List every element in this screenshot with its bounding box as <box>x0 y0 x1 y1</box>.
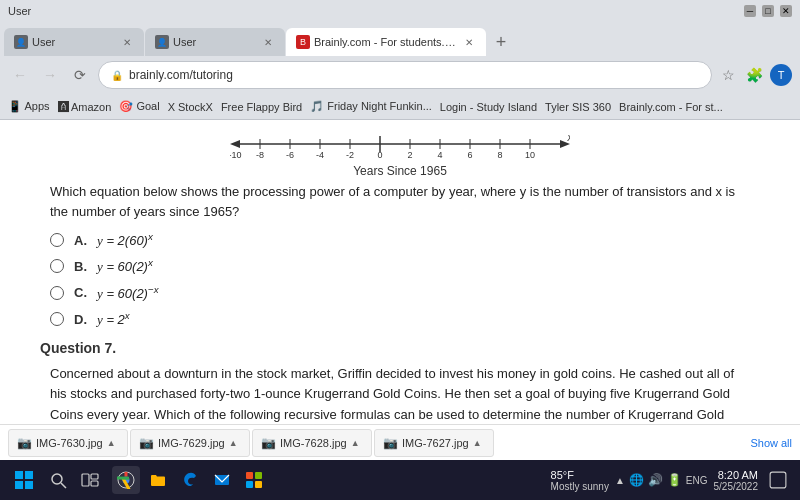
tab-close-2[interactable]: ✕ <box>261 35 275 49</box>
svg-rect-25 <box>15 471 23 479</box>
show-all-downloads-button[interactable]: Show all <box>750 437 792 449</box>
address-bar[interactable]: 🔒 brainly.com/tutoring <box>98 61 712 89</box>
bookmark-apps[interactable]: 📱 Apps <box>8 100 50 113</box>
clock-date: 5/25/2022 <box>714 481 759 492</box>
minimize-button[interactable]: ─ <box>744 5 756 17</box>
bookmark-fnf[interactable]: 🎵 Friday Night Funkin... <box>310 100 432 113</box>
bookmark-goal[interactable]: 🎯 Goal <box>119 100 159 113</box>
maximize-button[interactable]: □ <box>762 5 774 17</box>
tab-3[interactable]: B Brainly.com - For students. By m... ✕ <box>286 28 486 56</box>
option-d-q6: D. y = 2x <box>50 310 750 328</box>
download-filename-2: IMG-7629.jpg <box>158 437 225 449</box>
radio-c-q6[interactable] <box>50 286 64 300</box>
download-chevron-2[interactable]: ▲ <box>229 438 238 448</box>
task-view-icon <box>81 471 99 489</box>
bookmark-studyisland[interactable]: Login - Study Island <box>440 101 537 113</box>
tab-title-2: User <box>173 36 257 48</box>
bookmark-amazon[interactable]: 🅰 Amazon <box>58 101 112 113</box>
question-area: -8 -6 -4 -2 0 2 4 6 <box>20 120 780 424</box>
tab-favicon-2: 👤 <box>155 35 169 49</box>
back-button[interactable]: ← <box>8 63 32 87</box>
notification-icon <box>769 471 787 489</box>
option-letter-a-q6: A. <box>74 233 87 248</box>
question7-body: Concerned about a downturn in the stock … <box>40 364 760 424</box>
file-explorer-taskbar-icon[interactable] <box>144 466 172 494</box>
tab-close-1[interactable]: ✕ <box>120 35 134 49</box>
svg-rect-31 <box>82 474 89 486</box>
bookmark-brainly[interactable]: Brainly.com - For st... <box>619 101 723 113</box>
svg-rect-32 <box>91 474 98 479</box>
download-chevron-1[interactable]: ▲ <box>107 438 116 448</box>
new-tab-button[interactable]: + <box>487 28 515 56</box>
up-arrow-icon[interactable]: ▲ <box>615 475 625 486</box>
tab-2[interactable]: 👤 User ✕ <box>145 28 285 56</box>
weather-display: 85°F Mostly sunny <box>551 469 609 492</box>
svg-rect-43 <box>255 481 262 488</box>
svg-text:-4: -4 <box>316 150 324 160</box>
start-button[interactable] <box>8 464 40 496</box>
question7-header: Question 7. <box>40 340 760 356</box>
title-bar: User ─ □ ✕ <box>0 0 800 22</box>
svg-rect-40 <box>246 472 253 479</box>
store-taskbar-icon[interactable] <box>240 466 268 494</box>
bookmark-tyler[interactable]: Tyler SIS 360 <box>545 101 611 113</box>
bookmark-star-icon[interactable]: ☆ <box>718 65 738 85</box>
tab-1[interactable]: 👤 User ✕ <box>4 28 144 56</box>
downloads-bar: 📷 IMG-7630.jpg ▲ 📷 IMG-7629.jpg ▲ 📷 IMG-… <box>0 424 800 460</box>
download-item-2[interactable]: 📷 IMG-7629.jpg ▲ <box>130 429 250 457</box>
profile-icon[interactable]: T <box>770 64 792 86</box>
mail-taskbar-icon[interactable] <box>208 466 236 494</box>
task-view-button[interactable] <box>76 466 104 494</box>
eng-label[interactable]: ENG <box>686 475 708 486</box>
taskbar-left <box>8 464 104 496</box>
content-inner: -8 -6 -4 -2 0 2 4 6 <box>0 120 800 424</box>
network-icon[interactable]: 🌐 <box>629 473 644 487</box>
number-line-label: Years Since 1965 <box>40 164 760 178</box>
address-bar-row: ← → ⟳ 🔒 brainly.com/tutoring ☆ 🧩 T <box>0 56 800 94</box>
radio-d-q6[interactable] <box>50 312 64 326</box>
search-taskbar-button[interactable] <box>44 466 72 494</box>
radio-b-q6[interactable] <box>50 259 64 273</box>
download-filename-4: IMG-7627.jpg <box>402 437 469 449</box>
option-text-d-q6: y = 2x <box>97 310 130 328</box>
question7-container: Question 7. Concerned about a downturn i… <box>40 340 760 424</box>
notification-button[interactable] <box>764 466 792 494</box>
option-a-q6: A. y = 2(60)x <box>50 231 750 249</box>
tab-title-3: Brainly.com - For students. By m... <box>314 36 458 48</box>
option-b-q6: B. y = 60(2)x <box>50 257 750 275</box>
close-button[interactable]: ✕ <box>780 5 792 17</box>
extensions-icon[interactable]: 🧩 <box>744 65 764 85</box>
download-chevron-3[interactable]: ▲ <box>351 438 360 448</box>
option-text-b-q6: y = 60(2)x <box>97 257 153 275</box>
bookmark-flappy[interactable]: Free Flappy Bird <box>221 101 302 113</box>
chrome-taskbar-icon[interactable] <box>112 466 140 494</box>
taskbar-center <box>104 466 551 494</box>
option-letter-c-q6: C. <box>74 285 87 300</box>
svg-text:8: 8 <box>497 150 502 160</box>
battery-icon[interactable]: 🔋 <box>667 473 682 487</box>
edge-taskbar-icon[interactable] <box>176 466 204 494</box>
forward-button[interactable]: → <box>38 63 62 87</box>
browser-frame: User ─ □ ✕ 👤 User ✕ 👤 User ✕ B Brainly.c… <box>0 0 800 500</box>
download-chevron-4[interactable]: ▲ <box>473 438 482 448</box>
svg-rect-42 <box>246 481 253 488</box>
tab-bar: 👤 User ✕ 👤 User ✕ B Brainly.com - For st… <box>0 22 800 56</box>
svg-text:-6: -6 <box>286 150 294 160</box>
tab-title-1: User <box>32 36 116 48</box>
weather-condition: Mostly sunny <box>551 481 609 492</box>
tab-close-3[interactable]: ✕ <box>462 35 476 49</box>
radio-a-q6[interactable] <box>50 233 64 247</box>
download-item-4[interactable]: 📷 IMG-7627.jpg ▲ <box>374 429 494 457</box>
download-item-3[interactable]: 📷 IMG-7628.jpg ▲ <box>252 429 372 457</box>
bookmark-stockx[interactable]: X StockX <box>168 101 213 113</box>
svg-text:6: 6 <box>467 150 472 160</box>
refresh-button[interactable]: ⟳ <box>68 63 92 87</box>
download-item-1[interactable]: 📷 IMG-7630.jpg ▲ <box>8 429 128 457</box>
download-file-icon-1: 📷 <box>17 436 32 450</box>
svg-rect-28 <box>25 481 33 489</box>
number-line-svg: -8 -6 -4 -2 0 2 4 6 <box>230 126 570 162</box>
svg-marker-2 <box>230 140 240 148</box>
volume-icon[interactable]: 🔊 <box>648 473 663 487</box>
time-date-display[interactable]: 8:20 AM 5/25/2022 <box>714 469 759 492</box>
option-c-q6: C. y = 60(2)−x <box>50 284 750 302</box>
